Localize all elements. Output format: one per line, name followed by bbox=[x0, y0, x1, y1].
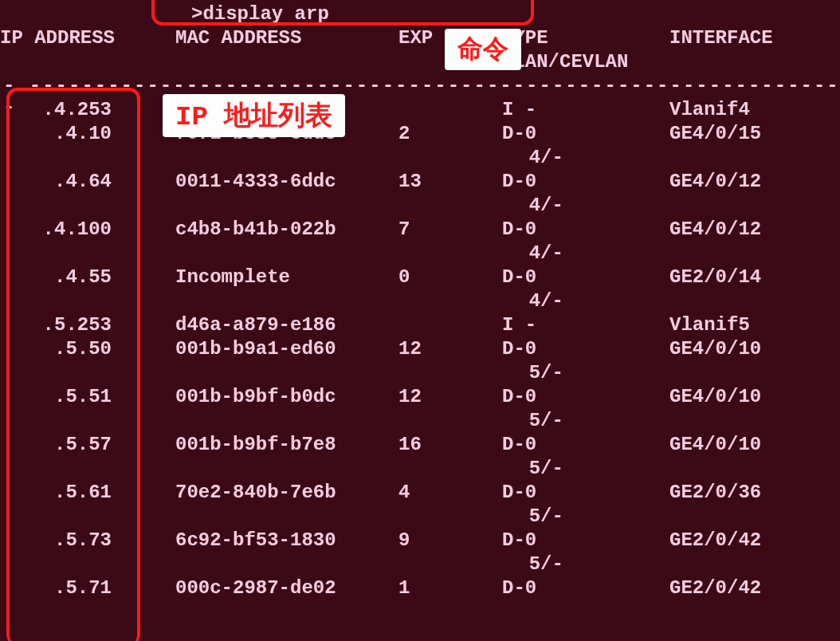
cell-ip: .5.51 bbox=[0, 386, 175, 407]
table-row: .5.57001b-b9bf-b7e816D-0GE4/0/10 bbox=[0, 434, 840, 458]
hdr-iface: INTERFACE bbox=[669, 27, 829, 49]
cell-vlan: 5/- bbox=[481, 410, 689, 431]
cell-ip: .5.57 bbox=[0, 434, 175, 455]
cell-vlan: 5/- bbox=[481, 505, 689, 527]
hdr-ip: IP ADDRESS bbox=[0, 27, 175, 49]
cell-ip: .5.50 bbox=[0, 338, 175, 360]
cell-type: I - bbox=[502, 314, 669, 336]
cell-vlan: 4/- bbox=[481, 242, 689, 264]
cell-type: I - bbox=[502, 99, 669, 120]
cell-mac: d46a-a879-e186 bbox=[175, 314, 398, 336]
cell-iface: Vlanif4 bbox=[669, 99, 829, 120]
cell-iface: GE2/0/42 bbox=[669, 529, 829, 551]
hdr-mac: MAC ADDRESS bbox=[175, 27, 398, 49]
cell-mac: 0011-4333-6ddc bbox=[175, 171, 398, 192]
cell-type: D-0 bbox=[502, 171, 669, 192]
cell-vlan: 5/- bbox=[481, 553, 689, 575]
cell-mac: c4b8-b41b-022b bbox=[175, 218, 398, 240]
cell-exp: 12 bbox=[398, 386, 502, 407]
cell-mac: 001b-b9a1-ed60 bbox=[175, 338, 398, 360]
table-row-vlan: 5/- bbox=[0, 505, 840, 529]
table-row-vlan: 4/- bbox=[0, 290, 840, 314]
table-row: .5.50001b-b9a1-ed6012D-0GE4/0/10 bbox=[0, 338, 840, 362]
cell-iface: GE4/0/15 bbox=[669, 123, 829, 144]
cell-ip: .4.253 bbox=[0, 99, 175, 120]
cell-vlan: 4/- bbox=[481, 290, 689, 312]
table-row-vlan: 5/- bbox=[0, 458, 840, 482]
header-subrow: VLAN/CEVLAN bbox=[0, 51, 840, 75]
cell-iface: GE4/0/12 bbox=[669, 218, 829, 240]
cell-mac: Incomplete bbox=[175, 266, 398, 288]
cell-iface: GE4/0/10 bbox=[669, 434, 829, 455]
table-row-vlan: 5/- bbox=[0, 553, 840, 577]
table-row: .5.736c92-bf53-18309D-0GE2/0/42 bbox=[0, 529, 840, 553]
table-row-vlan: 5/- bbox=[0, 410, 840, 434]
table-row: .4.253I -Vlanif4 bbox=[0, 99, 840, 123]
cell-iface: GE4/0/12 bbox=[669, 171, 829, 192]
cell-type: D-0 bbox=[502, 434, 669, 455]
cell-exp: 12 bbox=[398, 338, 502, 360]
cell-mac: 000c-2987-de02 bbox=[175, 577, 398, 599]
cell-mac: 001b-b9bf-b0dc bbox=[175, 386, 398, 407]
tag-ip-list: IP 地址列表 bbox=[163, 94, 345, 137]
table-row: .5.253d46a-a879-e186I -Vlanif5 bbox=[0, 314, 840, 338]
table-row-vlan: 5/- bbox=[0, 362, 840, 386]
cell-ip: .4.64 bbox=[0, 171, 175, 192]
cell-type: D-0 bbox=[502, 482, 669, 503]
cell-ip: .4.10 bbox=[0, 123, 175, 144]
table-row: .5.6170e2-840b-7e6b4D-0GE2/0/36 bbox=[0, 482, 840, 505]
cell-exp: 7 bbox=[398, 218, 502, 240]
cell-exp: 16 bbox=[398, 434, 502, 455]
tag-command: 命令 bbox=[445, 29, 521, 70]
cell-mac: 6c92-bf53-1830 bbox=[175, 529, 398, 551]
cell-iface: Vlanif5 bbox=[669, 314, 829, 336]
cell-type: D-0 bbox=[502, 529, 669, 551]
table-row-vlan: 4/- bbox=[0, 242, 840, 266]
cell-vlan: 5/- bbox=[481, 362, 689, 383]
cell-ip: .4.100 bbox=[0, 218, 175, 240]
divider: - --------------------------------------… bbox=[0, 75, 840, 99]
command-text: >display arp bbox=[191, 3, 329, 25]
cell-ip: .4.55 bbox=[0, 266, 175, 288]
table-row: .4.107071-bce3-edde2D-0GE4/0/15 bbox=[0, 123, 840, 147]
cell-iface: GE2/0/36 bbox=[669, 482, 829, 503]
cell-exp: 4 bbox=[398, 482, 502, 503]
cell-exp: 9 bbox=[398, 529, 502, 551]
hdr-vlan: VLAN/CEVLAN bbox=[502, 51, 669, 73]
cell-type: D-0 bbox=[502, 386, 669, 407]
terminal: >display arp IP ADDRESS MAC ADDRESS EXP … bbox=[0, 0, 840, 641]
cell-exp: 2 bbox=[398, 123, 502, 144]
cell-iface: GE4/0/10 bbox=[669, 386, 829, 407]
table-row-vlan: 4/- bbox=[0, 147, 840, 171]
cell-exp: 1 bbox=[398, 577, 502, 599]
cell-vlan: 5/- bbox=[481, 458, 689, 479]
cell-ip: .5.253 bbox=[0, 314, 175, 336]
table-row: .5.71000c-2987-de021D-0GE2/0/42 bbox=[0, 577, 840, 601]
table-row: .4.640011-4333-6ddc13D-0GE4/0/12 bbox=[0, 171, 840, 195]
cell-exp: 0 bbox=[398, 266, 502, 288]
cell-mac: 70e2-840b-7e6b bbox=[175, 482, 398, 503]
cell-exp: 13 bbox=[398, 171, 502, 192]
cell-type: D-0 bbox=[502, 123, 669, 144]
cell-ip: .5.73 bbox=[0, 529, 175, 551]
cell-mac: 001b-b9bf-b7e8 bbox=[175, 434, 398, 455]
cell-ip: .5.61 bbox=[0, 482, 175, 503]
cell-iface: GE2/0/42 bbox=[669, 577, 829, 599]
command-line: >display arp bbox=[0, 3, 840, 27]
cell-type: D-0 bbox=[502, 218, 669, 240]
header-row: IP ADDRESS MAC ADDRESS EXP TYPE INTERFAC… bbox=[0, 27, 840, 51]
cell-vlan: 4/- bbox=[481, 147, 689, 168]
table-row-vlan: 4/- bbox=[0, 195, 840, 218]
cell-iface: GE2/0/14 bbox=[669, 266, 829, 288]
cell-vlan: 4/- bbox=[481, 195, 689, 216]
cell-type: D-0 bbox=[502, 266, 669, 288]
cell-ip: .5.71 bbox=[0, 577, 175, 599]
hdr-type: TYPE bbox=[502, 27, 669, 49]
table-row: .4.55Incomplete0D-0GE2/0/14 bbox=[0, 266, 840, 290]
table-row: .5.51001b-b9bf-b0dc12D-0GE4/0/10 bbox=[0, 386, 840, 410]
cell-iface: GE4/0/10 bbox=[669, 338, 829, 360]
cell-type: D-0 bbox=[502, 577, 669, 599]
table-row: .4.100c4b8-b41b-022b7D-0GE4/0/12 bbox=[0, 218, 840, 242]
cell-type: D-0 bbox=[502, 338, 669, 360]
arp-table-body: .4.253I -Vlanif4.4.107071-bce3-edde2D-0G… bbox=[0, 99, 840, 601]
